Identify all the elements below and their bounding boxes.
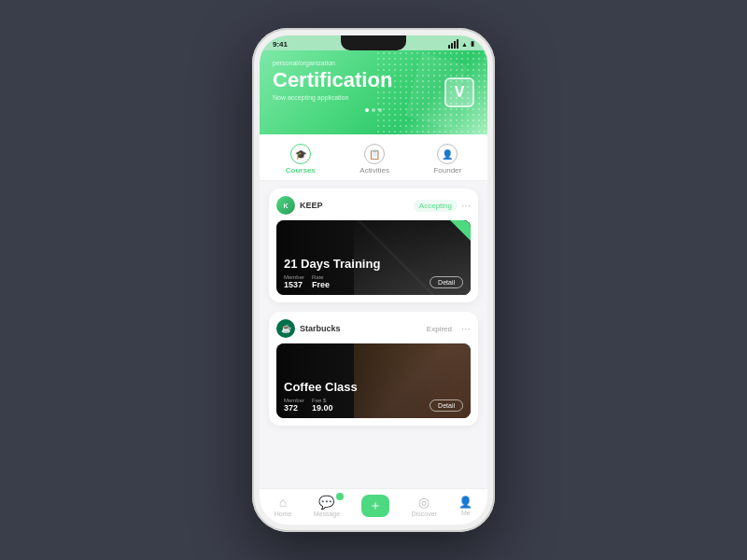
signal-icon <box>448 39 458 49</box>
discover-icon: ◎ <box>418 495 430 510</box>
keep-status-row: Accepting ··· <box>414 199 471 212</box>
nav-home[interactable]: ⌂ Home <box>275 495 292 517</box>
keep-card-header: K KEEP Accepting ··· <box>276 196 471 215</box>
keep-member-value: 1537 <box>284 280 304 289</box>
starbucks-fee-value: 19.00 <box>312 403 333 413</box>
keep-course-title: 21 Days Training <box>284 257 463 271</box>
starbucks-course-info: Coffee Class Member 372 Fee $ 19.00 Deta… <box>276 374 471 418</box>
keep-member-info: Member 1537 <box>284 274 304 289</box>
courses-label: Courses <box>286 166 316 175</box>
keep-course-info: 21 Days Training Member 1537 Rate Free D… <box>276 251 471 295</box>
message-badge <box>336 493 344 500</box>
activities-icon: 📋 <box>364 144 385 164</box>
content-area: K KEEP Accepting ··· 21 Days Training <box>260 181 487 488</box>
starbucks-course-title: Coffee Class <box>284 380 463 394</box>
starbucks-fee-info: Fee $ 19.00 <box>312 398 333 413</box>
starbucks-course-card[interactable]: Coffee Class Member 372 Fee $ 19.00 Deta… <box>276 343 471 418</box>
keep-course-card[interactable]: 21 Days Training Member 1537 Rate Free D… <box>276 220 471 295</box>
founder-icon: 👤 <box>437 144 458 164</box>
keep-course-meta: Member 1537 Rate Free Detail <box>284 274 463 289</box>
discover-label: Discover <box>412 511 437 517</box>
keep-org-info: K KEEP <box>276 196 323 215</box>
keep-more-icon[interactable]: ··· <box>461 199 471 212</box>
home-label: Home <box>275 511 292 517</box>
keep-fee-info: Rate Free <box>312 274 330 289</box>
starbucks-more-icon[interactable]: ··· <box>461 322 471 335</box>
founder-label: Founder <box>433 166 461 175</box>
starbucks-member-value: 372 <box>284 403 304 413</box>
green-corner-badge <box>450 220 471 241</box>
starbucks-status-row: Expired ··· <box>421 322 471 335</box>
status-icons: ▲ ▮ <box>448 39 474 49</box>
starbucks-org-info: ☕ Starbucks <box>276 319 341 338</box>
keep-detail-button[interactable]: Detail <box>430 276 463 288</box>
tab-founder[interactable]: 👤 Founder <box>424 142 471 176</box>
starbucks-status-badge: Expired <box>421 323 458 335</box>
message-label: Message <box>314 511 340 517</box>
hero-badge: V <box>444 77 474 107</box>
message-icon: 💬 <box>318 495 334 510</box>
keep-course-section: K KEEP Accepting ··· 21 Days Training <box>269 189 478 302</box>
battery-icon: ▮ <box>471 40 474 48</box>
keep-status-badge: Accepting <box>414 200 458 212</box>
pagination-dot-1 <box>365 108 369 112</box>
activities-label: Activities <box>359 166 389 175</box>
bottom-navigation: ⌂ Home 💬 Message ＋ ◎ Discover 👤 Me <box>260 488 487 525</box>
starbucks-detail-button[interactable]: Detail <box>430 399 463 412</box>
hero-pagination <box>273 108 474 112</box>
courses-icon: 🎓 <box>290 144 311 164</box>
wifi-icon: ▲ <box>461 41 468 48</box>
starbucks-avatar: ☕ <box>276 319 295 338</box>
add-icon: ＋ <box>361 495 389 517</box>
starbucks-course-section: ☕ Starbucks Expired ··· Coffee Class <box>269 312 478 426</box>
keep-org-name: KEEP <box>300 201 323 210</box>
keep-avatar: K <box>276 196 295 215</box>
starbucks-course-meta: Member 372 Fee $ 19.00 Detail <box>284 398 463 413</box>
me-icon: 👤 <box>458 496 472 509</box>
me-label: Me <box>461 510 471 516</box>
hero-label: personal/organization <box>273 60 474 66</box>
phone-frame: 9:41 ▲ ▮ personal/organization Certifica… <box>252 28 495 532</box>
pagination-dot-2 <box>372 108 375 112</box>
hero-banner[interactable]: personal/organization Certification Now … <box>260 50 487 134</box>
home-icon: ⌂ <box>279 495 287 510</box>
nav-me[interactable]: 👤 Me <box>458 496 472 516</box>
tab-courses[interactable]: 🎓 Courses <box>276 142 325 176</box>
starbucks-card-header: ☕ Starbucks Expired ··· <box>276 319 471 338</box>
tab-activities[interactable]: 📋 Activities <box>350 142 399 176</box>
nav-discover[interactable]: ◎ Discover <box>412 495 437 517</box>
nav-add[interactable]: ＋ <box>361 495 389 517</box>
tab-bar: 🎓 Courses 📋 Activities 👤 Founder <box>260 134 487 181</box>
phone-notch <box>341 35 406 50</box>
status-time: 9:41 <box>273 40 288 49</box>
keep-fee-value: Free <box>312 280 330 289</box>
starbucks-org-name: Starbucks <box>300 324 341 333</box>
pagination-dot-3 <box>378 108 382 112</box>
starbucks-member-info: Member 372 <box>284 398 304 413</box>
phone-screen: 9:41 ▲ ▮ personal/organization Certifica… <box>260 35 487 525</box>
nav-message[interactable]: 💬 Message <box>314 495 340 517</box>
